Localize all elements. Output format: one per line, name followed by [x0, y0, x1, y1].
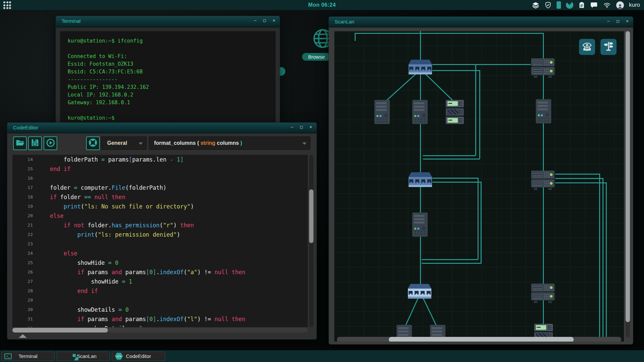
- line-number: 22: [19, 230, 33, 239]
- code-line[interactable]: 21 if not folder.has_permission("r") the…: [12, 221, 308, 230]
- codeeditor-window: CodeEditor –□✕ General: [7, 122, 317, 340]
- network-link: [385, 72, 417, 102]
- terminal-line: Public IP: 139.194.232.162: [68, 83, 149, 91]
- terminal-app-icon: >_: [4, 353, 12, 359]
- terminal-titlebar[interactable]: Terminal –□✕: [56, 16, 280, 27]
- node-switch[interactable]: [409, 60, 432, 74]
- layers-icon[interactable]: [532, 1, 540, 9]
- maximize-button[interactable]: □: [299, 124, 304, 129]
- code-line[interactable]: 25 showHide = 0: [12, 258, 308, 267]
- node-server[interactable]: [536, 99, 551, 123]
- node-router[interactable]: [531, 171, 555, 190]
- node-switch[interactable]: [408, 284, 431, 299]
- save-icon: [31, 138, 39, 148]
- scanlan-window: ScanLan –□✕: [329, 16, 633, 345]
- line-number: 19: [19, 202, 33, 211]
- clipboard-icon[interactable]: [578, 1, 585, 9]
- wifi-icon[interactable]: [603, 2, 611, 9]
- line-number: 21: [19, 221, 33, 230]
- code-horizontal-scrollbar[interactable]: [12, 328, 308, 333]
- line-number: 30: [19, 305, 33, 314]
- code-line[interactable]: 30 showDetails = 0: [12, 305, 308, 314]
- scrollbar-thumb[interactable]: [12, 328, 108, 333]
- close-button[interactable]: ✕: [272, 18, 276, 23]
- close-button[interactable]: ✕: [308, 124, 313, 129]
- code-line[interactable]: 17folder = computer.File(folderPath): [12, 183, 308, 192]
- code-line[interactable]: 16: [12, 174, 308, 183]
- minimize-button[interactable]: –: [290, 124, 294, 129]
- line-number: 32: [19, 324, 33, 327]
- code-line[interactable]: 19 print("ls: No such file or directory"…: [12, 202, 308, 211]
- chat-icon[interactable]: [590, 1, 598, 9]
- line-number: 29: [19, 296, 33, 305]
- node-server-rack[interactable]: [446, 100, 464, 125]
- close-button[interactable]: ✕: [625, 18, 630, 23]
- window-controls: –□✕: [253, 18, 276, 23]
- network-link: [543, 33, 544, 58]
- code-line[interactable]: 18if folder == null then: [12, 192, 308, 202]
- node-router[interactable]: [531, 58, 555, 78]
- code-line[interactable]: 20else: [12, 211, 308, 221]
- code-editor-area[interactable]: 14 folderPath = params[params.len - 1]15…: [12, 155, 308, 327]
- terminal-line: [68, 45, 149, 53]
- node-server[interactable]: [374, 100, 390, 124]
- node-switch[interactable]: [409, 172, 432, 187]
- taskbar-item-terminal[interactable]: >_Terminal: [1, 352, 55, 361]
- app-launcher-icon[interactable]: [3, 1, 11, 9]
- network-map[interactable]: [334, 31, 624, 342]
- codeeditor-app-icon: </>: [115, 353, 123, 360]
- code-line[interactable]: 29: [12, 296, 308, 305]
- taskbar-item-scanlan[interactable]: ScanLan: [57, 352, 110, 361]
- map-vertical-scrollbar[interactable]: [626, 31, 630, 338]
- minimize-button[interactable]: –: [253, 18, 258, 23]
- maximize-button[interactable]: □: [616, 18, 620, 23]
- terminal-screen[interactable]: kuro@station:~$ ifconfig Connected to Wi…: [60, 31, 276, 129]
- network-link: [555, 182, 606, 183]
- scrollbar-thumb[interactable]: [626, 31, 630, 322]
- scanlan-titlebar[interactable]: ScanLan –□✕: [329, 17, 633, 27]
- codeeditor-titlebar[interactable]: CodeEditor –□✕: [7, 123, 316, 133]
- code-line[interactable]: 23: [12, 239, 308, 249]
- routes-button[interactable]: [600, 39, 617, 55]
- line-number: 28: [19, 286, 33, 296]
- node-server[interactable]: [412, 213, 428, 237]
- node-server[interactable]: [412, 100, 428, 124]
- code-line[interactable]: 24 else: [12, 249, 308, 258]
- code-line[interactable]: 15end if: [12, 164, 308, 174]
- category-button[interactable]: [86, 136, 100, 150]
- code-vertical-scrollbar[interactable]: [309, 155, 313, 327]
- code-line[interactable]: 14 folderPath = params[params.len - 1]: [12, 155, 308, 164]
- code-line[interactable]: 28 end if: [12, 286, 308, 296]
- scanlan-app-icon: [73, 354, 79, 361]
- taskbar-item-codeeditor[interactable]: </>CodeEditor: [112, 352, 165, 361]
- function-dropdown[interactable]: format_columns ( string columns ): [149, 136, 310, 150]
- code-line[interactable]: 32 showDetails = 1: [12, 324, 308, 327]
- code-line[interactable]: 31 if params and params[0].indexOf("l") …: [12, 314, 308, 324]
- cpu-pie-icon[interactable]: [566, 1, 573, 9]
- terminal-line: Essid: Footstan_OZK13: [68, 60, 149, 68]
- run-button[interactable]: [44, 136, 57, 150]
- category-dropdown[interactable]: General: [101, 136, 147, 150]
- scrollbar-thumb[interactable]: [389, 337, 574, 342]
- netbot-button[interactable]: [579, 39, 595, 55]
- code-line[interactable]: 22 print("ls: permission denied"): [12, 230, 308, 239]
- user-avatar[interactable]: [616, 1, 624, 9]
- minimize-button[interactable]: –: [606, 18, 611, 23]
- code-line[interactable]: 26 if params and params[0].indexOf("a") …: [12, 267, 308, 277]
- username[interactable]: kuro: [629, 2, 640, 8]
- window-title: ScanLan: [335, 19, 354, 24]
- maximize-button[interactable]: □: [262, 18, 267, 23]
- save-button[interactable]: [28, 136, 42, 150]
- node-router[interactable]: [531, 284, 555, 303]
- line-number: 15: [19, 164, 33, 174]
- shield-check-icon[interactable]: [545, 1, 552, 9]
- clock: Mon 06:24: [308, 2, 336, 8]
- scroll-up-button[interactable]: [19, 334, 27, 338]
- battery-icon[interactable]: [557, 1, 561, 9]
- scrollbar-thumb[interactable]: [309, 189, 313, 243]
- map-horizontal-scrollbar[interactable]: [337, 337, 621, 342]
- network-link: [424, 72, 454, 101]
- code-line[interactable]: 27 showHide = 1: [12, 277, 308, 286]
- network-link: [543, 187, 544, 284]
- open-file-button[interactable]: [13, 136, 27, 150]
